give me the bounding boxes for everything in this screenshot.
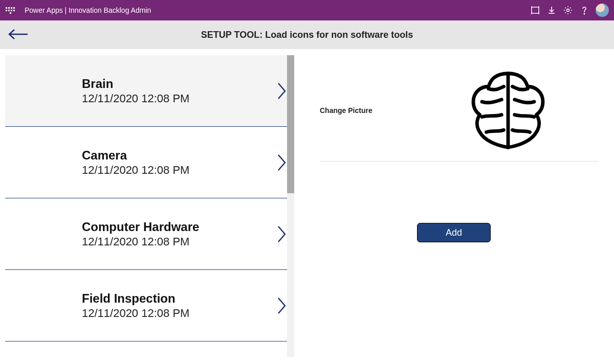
list-item[interactable]: Field Inspection 12/11/2020 12:08 PM: [5, 270, 294, 342]
list-item[interactable]: Computer Hardware 12/11/2020 12:08 PM: [5, 198, 294, 270]
app-title: Power Apps | Innovation Backlog Admin: [25, 6, 151, 14]
list-item-date: 12/11/2020 12:08 PM: [82, 307, 189, 320]
change-picture-row[interactable]: Change Picture: [320, 59, 599, 162]
chevron-right-icon: [277, 153, 287, 172]
list-item-name: Brain: [82, 77, 189, 91]
help-icon[interactable]: [576, 2, 593, 18]
tool-list-pane: Brain 12/11/2020 12:08 PM Camera 12/11/2…: [0, 49, 294, 364]
app-launcher-icon[interactable]: [5, 5, 15, 15]
top-app-bar: Power Apps | Innovation Backlog Admin: [0, 0, 614, 20]
list-item-name: Computer Hardware: [82, 220, 199, 234]
chevron-right-icon: [277, 297, 287, 315]
detail-pane: Change Picture Add: [294, 49, 614, 364]
svg-point-8: [584, 13, 585, 14]
change-picture-label: Change Picture: [320, 106, 372, 115]
list-item-name: Camera: [82, 148, 189, 163]
svg-rect-0: [532, 7, 539, 13]
list-item-name: Field Inspection: [82, 291, 189, 306]
add-button[interactable]: Add: [417, 223, 491, 242]
list-item[interactable]: Camera 12/11/2020 12:08 PM: [5, 127, 294, 198]
page-title: SETUP TOOL: Load icons for non software …: [0, 30, 614, 40]
user-avatar[interactable]: [596, 4, 609, 17]
svg-point-7: [567, 9, 569, 12]
main-content: Brain 12/11/2020 12:08 PM Camera 12/11/2…: [0, 49, 614, 364]
page-header: SETUP TOOL: Load icons for non software …: [0, 20, 614, 49]
scrollbar-thumb[interactable]: [287, 55, 294, 193]
back-button[interactable]: [7, 27, 30, 42]
list-item[interactable]: Brain 12/11/2020 12:08 PM: [5, 55, 294, 127]
list-item-date: 12/11/2020 12:08 PM: [82, 164, 189, 177]
settings-icon[interactable]: [560, 2, 576, 18]
chevron-right-icon: [277, 82, 287, 100]
tool-list: Brain 12/11/2020 12:08 PM Camera 12/11/2…: [5, 55, 294, 357]
download-icon[interactable]: [543, 2, 560, 18]
list-item-date: 12/11/2020 12:08 PM: [82, 92, 189, 105]
fit-screen-icon[interactable]: [527, 2, 543, 18]
add-button-label: Add: [446, 228, 462, 238]
list-item-date: 12/11/2020 12:08 PM: [82, 235, 199, 248]
brain-icon: [465, 67, 552, 154]
chevron-right-icon: [277, 225, 287, 243]
